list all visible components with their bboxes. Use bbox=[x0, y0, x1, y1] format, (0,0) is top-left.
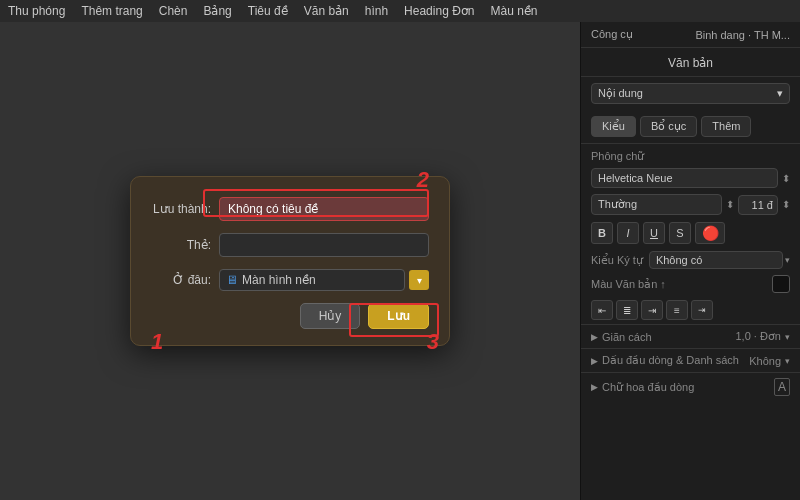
panel-header-left: Công cụ bbox=[591, 28, 633, 41]
location-selector: 🖥 Màn hình nền ▾ bbox=[219, 269, 429, 291]
menu-hinh[interactable]: hình bbox=[365, 4, 388, 18]
location-value: Màn hình nền bbox=[242, 273, 316, 287]
align-justify-button[interactable]: ≡ bbox=[666, 300, 688, 320]
save-button[interactable]: Lưu bbox=[368, 303, 429, 329]
align-buttons-row: ⇤ ≣ ⇥ ≡ ⇥ bbox=[581, 296, 800, 324]
menu-chen[interactable]: Chèn bbox=[159, 4, 188, 18]
color-picker-button[interactable]: 🔴 bbox=[695, 222, 725, 244]
strikethrough-button[interactable]: S bbox=[669, 222, 691, 244]
indent-button[interactable]: ⇥ bbox=[691, 300, 713, 320]
panel-section-title: Văn bản bbox=[581, 48, 800, 77]
location-label: Ở đâu: bbox=[151, 273, 211, 287]
panel-header-right: Binh dang · TH M... bbox=[695, 29, 790, 41]
font-style-arrow: ⬍ bbox=[726, 199, 734, 210]
chu-hoa-section[interactable]: ▶ Chữ hoa đầu dòng A bbox=[581, 372, 800, 401]
cancel-button[interactable]: Hủy bbox=[300, 303, 361, 329]
dau-dau-dong-title: Dấu đầu dòng & Danh sách bbox=[602, 354, 749, 367]
align-center-button[interactable]: ≣ bbox=[616, 300, 638, 320]
menu-heading[interactable]: Heading Đơn bbox=[404, 4, 474, 18]
tags-row: Thẻ: bbox=[151, 233, 429, 257]
gian-cach-title: Giãn cách bbox=[602, 331, 735, 343]
tab-them[interactable]: Thêm bbox=[701, 116, 751, 137]
dropdown-arrow-icon: ▾ bbox=[777, 87, 783, 100]
chu-hoa-title: Chữ hoa đầu dòng bbox=[602, 381, 774, 394]
font-size-arrow: ⬍ bbox=[782, 199, 790, 210]
dau-dau-dong-section[interactable]: ▶ Dấu đầu dòng & Danh sách Không ▾ bbox=[581, 348, 800, 372]
dau-dau-dong-arrow-icon: ▶ bbox=[591, 356, 598, 366]
annotation-2: 2 bbox=[417, 167, 429, 193]
kieu-ky-tu-select[interactable]: Không có bbox=[649, 251, 783, 269]
kieu-ky-tu-row: Kiểu Ký tự Không có ▾ bbox=[581, 248, 800, 272]
dialog-buttons: Hủy Lưu bbox=[151, 303, 429, 329]
annotation-1: 1 bbox=[151, 329, 163, 355]
dau-dau-dong-select-arrow: ▾ bbox=[785, 356, 790, 366]
save-as-row: Lưu thành: bbox=[151, 197, 429, 221]
menu-van-ban[interactable]: Văn bản bbox=[304, 4, 349, 18]
noi-dung-dropdown[interactable]: Nội dung ▾ bbox=[591, 83, 790, 104]
save-as-label: Lưu thành: bbox=[151, 202, 211, 216]
align-left-button[interactable]: ⇤ bbox=[591, 300, 613, 320]
tags-label: Thẻ: bbox=[151, 238, 211, 252]
menu-mau-nen[interactable]: Màu nền bbox=[490, 4, 537, 18]
text-color-swatch[interactable] bbox=[772, 275, 790, 293]
phong-chu-label: Phông chữ bbox=[581, 144, 800, 165]
menu-bar: Thu phóng Thêm trang Chèn Bảng Tiêu đề V… bbox=[0, 0, 800, 22]
dau-dau-dong-value: Không bbox=[749, 355, 781, 367]
font-style-select[interactable]: Thường bbox=[591, 194, 722, 215]
location-row: Ở đâu: 🖥 Màn hình nền ▾ bbox=[151, 269, 429, 291]
panel-header: Công cụ Binh dang · TH M... bbox=[581, 22, 800, 48]
font-name-row: Helvetica Neue ⬍ bbox=[581, 165, 800, 191]
mau-van-ban-label: Màu Văn bản ↑ bbox=[591, 278, 766, 291]
gian-cach-arrow-icon: ▶ bbox=[591, 332, 598, 342]
modal-overlay: Lưu thành: Thẻ: Ở đâu: 🖥 Màn hình nền ▾ … bbox=[0, 22, 580, 500]
style-buttons-row: B I U S 🔴 bbox=[581, 218, 800, 248]
tab-kieu[interactable]: Kiểu bbox=[591, 116, 636, 137]
bold-button[interactable]: B bbox=[591, 222, 613, 244]
location-select[interactable]: 🖥 Màn hình nền bbox=[219, 269, 405, 291]
font-name-select[interactable]: Helvetica Neue bbox=[591, 168, 778, 188]
tab-bo-cuc[interactable]: Bổ cục bbox=[640, 116, 697, 137]
noi-dung-row[interactable]: Nội dung ▾ bbox=[581, 77, 800, 110]
font-size-input[interactable]: 11 đ bbox=[738, 195, 778, 215]
menu-them-trang[interactable]: Thêm trang bbox=[81, 4, 142, 18]
save-dialog: Lưu thành: Thẻ: Ở đâu: 🖥 Màn hình nền ▾ … bbox=[130, 176, 450, 346]
save-as-input[interactable] bbox=[219, 197, 429, 221]
tags-input[interactable] bbox=[219, 233, 429, 257]
italic-button[interactable]: I bbox=[617, 222, 639, 244]
gian-cach-section[interactable]: ▶ Giãn cách 1,0 · Đơn ▾ bbox=[581, 324, 800, 348]
desktop-icon: 🖥 bbox=[226, 273, 238, 287]
gian-cach-select-arrow: ▾ bbox=[785, 332, 790, 342]
location-expand-button[interactable]: ▾ bbox=[409, 270, 429, 290]
menu-thu-phong[interactable]: Thu phóng bbox=[8, 4, 65, 18]
menu-tieu-de[interactable]: Tiêu đề bbox=[248, 4, 288, 18]
menu-bang[interactable]: Bảng bbox=[203, 4, 231, 18]
right-panel: Công cụ Binh dang · TH M... Văn bản Nội … bbox=[580, 22, 800, 500]
annotation-3: 3 bbox=[427, 329, 439, 355]
panel-tabs: Kiểu Bổ cục Thêm bbox=[581, 110, 800, 144]
font-name-arrow: ⬍ bbox=[782, 173, 790, 184]
kieu-ky-tu-arrow: ▾ bbox=[785, 255, 790, 265]
mau-van-ban-row: Màu Văn bản ↑ bbox=[581, 272, 800, 296]
noi-dung-label: Nội dung bbox=[598, 87, 643, 100]
gian-cach-value: 1,0 · Đơn bbox=[735, 330, 781, 343]
underline-button[interactable]: U bbox=[643, 222, 665, 244]
font-style-row: Thường ⬍ 11 đ ⬍ bbox=[581, 191, 800, 218]
align-right-button[interactable]: ⇥ bbox=[641, 300, 663, 320]
chu-hoa-icon: A bbox=[774, 378, 790, 396]
chu-hoa-arrow-icon: ▶ bbox=[591, 382, 598, 392]
kieu-ky-tu-label: Kiểu Ký tự bbox=[591, 254, 643, 267]
